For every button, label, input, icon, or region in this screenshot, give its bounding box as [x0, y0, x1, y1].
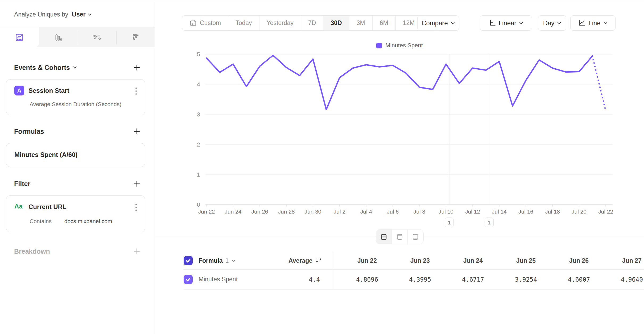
y-tick-label: 1	[197, 171, 200, 178]
cell-value: 4.6717	[447, 270, 499, 289]
chevron-down-icon	[604, 22, 608, 24]
flows-icon	[93, 33, 102, 42]
annotation-badge[interactable]: 1	[445, 218, 454, 227]
date-range-6m[interactable]: 6M	[373, 16, 396, 30]
mixpanel-insights-screen: 012345Jun 22Jun 24Jun 26Jun 28Jun 30Jul …	[0, 0, 644, 334]
date-column-header[interactable]: Jun 25	[499, 252, 552, 269]
date-column-header[interactable]: Jun 27	[605, 252, 644, 269]
date-range-7d[interactable]: 7D	[301, 16, 323, 30]
insights-line-chart-icon	[15, 33, 24, 42]
x-tick-label: Jun 24	[225, 208, 241, 215]
date-column-header[interactable]: Jun 22	[341, 252, 394, 269]
table-row: Minutes Spent 4.4	[184, 270, 332, 289]
events-cohorts-header: Events & Cohorts	[14, 63, 141, 72]
compare-button[interactable]: Compare	[417, 15, 459, 31]
layout-chart-only-button[interactable]	[392, 229, 407, 244]
event-title: Session Start	[28, 87, 69, 94]
row-label[interactable]: Minutes Spent	[199, 276, 238, 283]
chart-type-button[interactable]: Line	[570, 15, 616, 31]
tab-divider	[78, 31, 78, 44]
interval-button[interactable]: Day	[538, 15, 566, 31]
date-range-control: Custom Today Yesterday 7D 30D 3M 6M 12M	[182, 15, 422, 31]
x-tick-label: Jul 2	[334, 208, 345, 215]
event-card[interactable]: A Session Start Average Session Duration…	[6, 79, 145, 115]
x-tick-label: Jul 22	[598, 208, 613, 215]
bar-chart-icon	[54, 33, 63, 42]
event-aggregation[interactable]: Average Session Duration (Seconds)	[30, 101, 121, 107]
formula-group-header[interactable]: Formula 1	[199, 257, 236, 264]
add-filter-button[interactable]	[132, 179, 141, 188]
date-column-header[interactable]: Jun 26	[552, 252, 605, 269]
analyze-uniques-value: User	[72, 11, 85, 18]
line-chart-type-icon	[578, 19, 585, 27]
date-range-3m[interactable]: 3M	[349, 16, 373, 30]
x-tick-label: Jul 8	[414, 208, 425, 215]
analyze-uniques-label: Analyze Uniques by	[14, 11, 68, 18]
filter-operator[interactable]: Contains	[30, 218, 52, 224]
visualization-tabbar	[0, 27, 155, 47]
event-letter-badge: A	[14, 86, 24, 95]
event-menu-button[interactable]	[134, 86, 138, 96]
cell-value: 4.3995	[394, 270, 447, 289]
legend-label[interactable]: Minutes Spent	[385, 42, 423, 49]
date-column-header[interactable]: Jun 23	[394, 252, 447, 269]
chevron-down-icon	[451, 22, 455, 24]
average-column-header[interactable]: Average	[288, 257, 332, 264]
formula-card[interactable]: Minutes Spent (A/60)	[6, 143, 145, 167]
filter-menu-button[interactable]	[134, 203, 138, 212]
analyze-uniques-selector[interactable]: User	[72, 11, 92, 18]
cell-value: 4.6007	[552, 270, 605, 289]
layout-split-icon	[380, 233, 387, 241]
cell-value: 4.8696	[341, 270, 394, 289]
y-tick-label: 0	[197, 201, 200, 208]
add-formula-button[interactable]	[132, 127, 141, 136]
y-tick-label: 3	[197, 111, 200, 118]
tab-bar-chart[interactable]	[39, 27, 78, 47]
table-row-divider	[184, 289, 644, 290]
tab-metrics[interactable]	[116, 27, 155, 47]
calendar-icon	[189, 19, 197, 27]
tab-flows[interactable]	[78, 27, 117, 47]
linear-scale-icon	[489, 19, 496, 27]
layout-table-only-button[interactable]	[408, 229, 423, 244]
x-tick-label: Jul 14	[492, 208, 507, 215]
filter-value[interactable]: docs.mixpanel.com	[64, 218, 112, 224]
series-line-projected	[592, 56, 606, 111]
row-average-value: 4.4	[309, 276, 332, 283]
chevron-down-icon	[73, 66, 77, 69]
tab-insights[interactable]	[0, 27, 39, 47]
y-tick-label: 2	[197, 141, 200, 148]
date-range-30d[interactable]: 30D	[323, 16, 349, 30]
analyze-uniques-row: Analyze Uniques by User	[14, 11, 92, 18]
date-range-today[interactable]: Today	[228, 16, 259, 30]
scale-button[interactable]: Linear	[480, 15, 532, 31]
filter-card[interactable]: Aa Current URL Contains docs.mixpanel.co…	[6, 195, 145, 232]
filter-condition: Contains docs.mixpanel.com	[30, 218, 112, 224]
events-cohorts-title-wrap[interactable]: Events & Cohorts	[14, 64, 77, 72]
table-row-values: 4.8696 4.3995 4.6717 3.9254 4.6007 4.964…	[341, 270, 644, 289]
x-tick-label: Jul 20	[572, 208, 587, 215]
date-range-custom[interactable]: Custom	[182, 16, 228, 30]
formulas-title: Formulas	[14, 128, 44, 135]
date-column-header[interactable]: Jun 24	[447, 252, 499, 269]
layout-split-button[interactable]	[376, 229, 392, 244]
x-tick-label: Jul 12	[465, 208, 480, 215]
formula-name: Minutes Spent (A/60)	[14, 151, 77, 158]
select-all-checkbox[interactable]	[184, 256, 193, 265]
x-tick-label: Jul 16	[518, 208, 533, 215]
add-event-button[interactable]	[132, 63, 141, 72]
x-tick-label: Jul 4	[360, 208, 372, 215]
x-tick-label: Jul 18	[545, 208, 560, 215]
y-tick-label: 4	[197, 81, 200, 88]
sort-descending-icon	[315, 257, 321, 264]
annotation-badge[interactable]: 1	[485, 218, 494, 227]
tab-divider	[116, 31, 117, 44]
chevron-down-icon	[88, 13, 92, 16]
cell-value: 3.9254	[499, 270, 552, 289]
date-range-yesterday[interactable]: Yesterday	[259, 16, 301, 30]
metrics-grid-icon	[131, 33, 140, 42]
chevron-down-icon	[519, 22, 523, 24]
add-breakdown-button[interactable]	[132, 247, 141, 256]
filter-header: Filter	[14, 179, 141, 188]
row-checkbox[interactable]	[184, 275, 193, 284]
